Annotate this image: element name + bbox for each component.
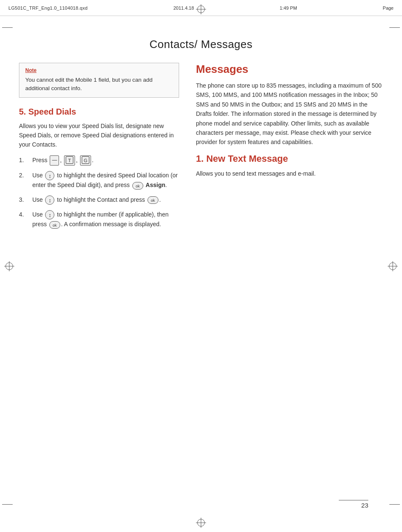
new-text-message-heading: 1. New Text Message	[196, 153, 383, 165]
reg-mark-left	[4, 261, 14, 271]
icon-nav-up-down-2: ↕	[45, 171, 54, 180]
step-2-content: Use ↕ to highlight the desired Speed Dia…	[27, 171, 179, 190]
header-page: Page	[383, 5, 394, 11]
step-3-content: Use ↕ to highlight the Contact and press…	[27, 195, 179, 205]
edge-line-br	[389, 504, 400, 505]
note-box: Note You cannot edit the Mobile 1 field,…	[19, 63, 179, 98]
steps-list: 1. Press —, T , G . 2. U	[19, 155, 179, 229]
right-column: Messages The phone can store up to 835 m…	[196, 63, 383, 184]
icon-nav-up-down-3: ↕	[45, 195, 54, 205]
note-text: You cannot edit the Mobile 1 field, but …	[25, 76, 173, 93]
step-1-num: 1.	[19, 155, 24, 165]
bottom-rule	[339, 500, 368, 500]
icon-g: G	[80, 155, 91, 166]
messages-body: The phone can store up to 835 messages, …	[196, 81, 383, 147]
step-1-content: Press —, T , G .	[27, 155, 179, 166]
reg-mark-bottom	[196, 518, 206, 528]
step-3: 3. Use ↕ to highlight the Contact and pr…	[19, 195, 179, 205]
assign-label: Assign	[146, 182, 166, 188]
speed-dials-heading: 5. Speed Dials	[19, 106, 179, 117]
icon-ok-4: ok	[49, 221, 60, 229]
new-text-message-body: Allows you to send text messages and e-m…	[196, 169, 383, 178]
filename-label: LG501C_TRF_Eng1.0_1104018.qxd	[8, 5, 88, 11]
step-3-num: 3.	[19, 195, 24, 204]
page-content: Contacts/ Messages Note You cannot edit …	[19, 23, 383, 509]
header-date: 2011.4.18	[173, 5, 194, 11]
icon-minus: —	[50, 155, 59, 165]
messages-heading: Messages	[196, 63, 383, 76]
icon-ok-2: ok	[132, 182, 143, 190]
step-2: 2. Use ↕ to highlight the desired Speed …	[19, 171, 179, 190]
note-label: Note	[25, 67, 173, 73]
step-2-num: 2.	[19, 171, 24, 180]
edge-line-tl	[2, 27, 13, 28]
page-title: Contacts/ Messages	[19, 38, 383, 51]
header-bar: LG501C_TRF_Eng1.0_1104018.qxd 2011.4.18 …	[0, 0, 402, 16]
edge-line-bl	[2, 504, 13, 505]
icon-2: T	[64, 155, 75, 166]
reg-mark-right	[388, 261, 398, 271]
icon-nav-up-down-4: ↕	[45, 210, 54, 219]
two-col-layout: Note You cannot edit the Mobile 1 field,…	[19, 63, 383, 234]
header-time: 1:49 PM	[280, 5, 297, 11]
step-4-num: 4.	[19, 210, 24, 219]
page-number: 23	[361, 502, 368, 509]
left-column: Note You cannot edit the Mobile 1 field,…	[19, 63, 179, 234]
edge-line-tr	[389, 27, 400, 28]
step-1: 1. Press —, T , G .	[19, 155, 179, 166]
step-4-content: Use ↕ to highlight the number (if applic…	[27, 210, 179, 229]
step-4: 4. Use ↕ to highlight the number (if app…	[19, 210, 179, 229]
speed-dials-intro: Allows you to view your Speed Dials list…	[19, 121, 179, 150]
icon-ok-3: ok	[147, 196, 158, 204]
